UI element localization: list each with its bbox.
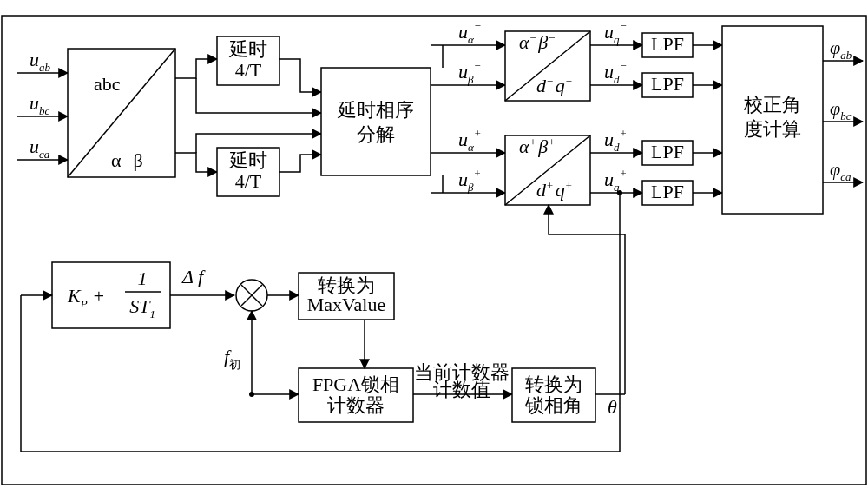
park-neg-block: α−β− d−q−: [505, 31, 590, 101]
lpf-1: LPF: [642, 33, 693, 57]
svg-text:4/T: 4/T: [235, 59, 262, 81]
svg-text:4/T: 4/T: [235, 170, 262, 192]
sequence-decomp-block: 延时相序 分解: [321, 68, 431, 175]
delay-block-1: 延时 4/T: [217, 36, 279, 85]
label-theta: θ: [608, 396, 617, 418]
node-uq-pos: [617, 190, 622, 195]
park-pos-block: α+β+ d+q+: [505, 135, 590, 205]
svg-text:LPF: LPF: [651, 141, 684, 162]
svg-text:校正角: 校正角: [743, 94, 801, 116]
svg-text:LPF: LPF: [651, 181, 684, 202]
svg-text:转换为: 转换为: [525, 373, 582, 395]
lpf-3: LPF: [642, 141, 693, 165]
svg-text:abc: abc: [94, 73, 121, 95]
svg-text:LPF: LPF: [651, 33, 684, 55]
lpf-4: LPF: [642, 181, 693, 205]
lpf-2: LPF: [642, 73, 693, 97]
clarke-block: abc αβ: [68, 49, 175, 177]
delay-block-2: 延时 4/T: [217, 148, 279, 196]
svg-text:延时相序: 延时相序: [337, 99, 414, 121]
svg-text:分解: 分解: [357, 123, 395, 145]
fpga-counter-block: FPGA锁相 计数器: [299, 368, 413, 422]
label-delta-f: Δ f: [181, 266, 206, 287]
svg-text:延时: 延时: [228, 149, 267, 171]
svg-text:1: 1: [138, 268, 148, 289]
svg-text:延时: 延时: [228, 38, 267, 60]
svg-rect-16: [321, 68, 431, 175]
svg-text:MaxValue: MaxValue: [307, 294, 385, 315]
maxvalue-block: 转换为 MaxValue: [299, 273, 394, 320]
lock-angle-block: 转换为 锁相角: [512, 368, 595, 422]
pi-controller-block: KP + 1 ST1: [52, 262, 170, 328]
angle-calc-block: 校正角 度计算: [722, 26, 823, 214]
label-counter-t2: 计数值: [433, 379, 490, 400]
svg-text:计数器: 计数器: [327, 394, 385, 416]
svg-text:FPGA锁相: FPGA锁相: [312, 373, 399, 395]
svg-text:锁相角: 锁相角: [524, 394, 582, 416]
svg-text:度计算: 度计算: [744, 118, 801, 140]
svg-text:LPF: LPF: [651, 73, 684, 95]
